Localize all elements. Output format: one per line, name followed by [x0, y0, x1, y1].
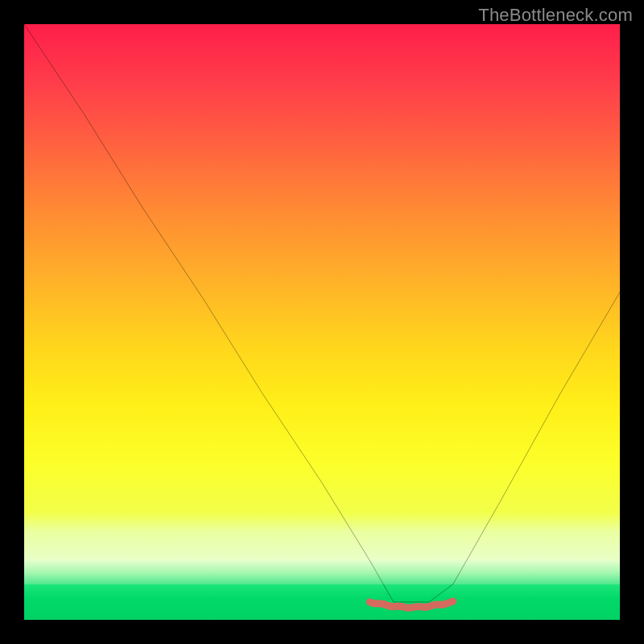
- chart-frame: TheBottleneck.com: [0, 0, 644, 644]
- optimal-range-marker: [24, 24, 620, 620]
- watermark-text: TheBottleneck.com: [478, 5, 633, 26]
- plot-area: [24, 24, 620, 620]
